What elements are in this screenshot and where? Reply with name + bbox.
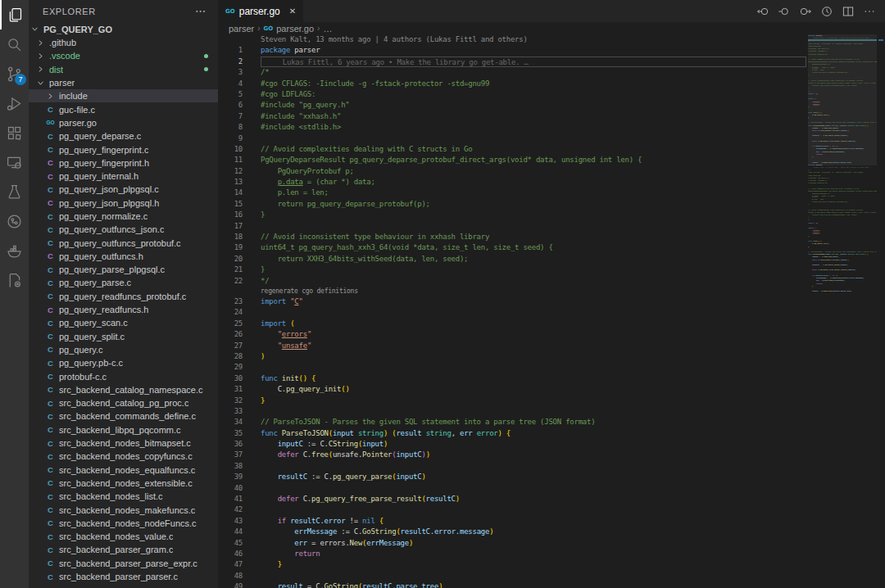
code-line-43[interactable]: 43 if resultC.error != nil { <box>218 516 885 527</box>
tree-item-pg-query-split-c[interactable]: Cpg_query_split.c <box>29 330 218 343</box>
code-line-31[interactable]: 31 C.pg_query_init() <box>218 384 885 395</box>
code-line-35[interactable]: 35func ParseToJSON(input string) (result… <box>218 428 885 439</box>
tree-item-src-backend-nodes-value-c[interactable]: Csrc_backend_nodes_value.c <box>29 530 218 543</box>
code-line-25[interactable]: 25import ( <box>218 319 885 329</box>
code-line-27[interactable]: 27 "unsafe" <box>218 341 885 351</box>
tree-item--vscode[interactable]: .vscode <box>29 49 218 62</box>
tree-item-pg-query-json-plpgsql-h[interactable]: Cpg_query_json_plpgsql.h <box>29 197 218 210</box>
tree-item-pg-query-outfuncs-json-c[interactable]: Cpg_query_outfuncs_json.c <box>29 223 218 236</box>
code-line-11[interactable]: 11PgQueryDeparseResult pg_query_deparse_… <box>218 155 885 165</box>
vertical-scrollbar[interactable] <box>877 34 885 588</box>
tree-item-src-backend-nodes-makefuncs-c[interactable]: Csrc_backend_nodes_makefuncs.c <box>29 503 218 516</box>
code-line-4[interactable]: 4#cgo CFLAGS: -Iinclude -g -fstack-prote… <box>218 79 885 89</box>
code-line-9[interactable]: 9 <box>218 133 885 144</box>
tree-item-src-backend-libpq-pqcomm-c[interactable]: Csrc_backend_libpq_pqcomm.c <box>29 423 218 436</box>
tree-item-src-backend-nodes-equalfuncs-c[interactable]: Csrc_backend_nodes_equalfuncs.c <box>29 464 218 477</box>
tree-item-protobuf-c-c[interactable]: Cprotobuf-c.c <box>29 369 218 382</box>
code-line-8[interactable]: 8#include <stdlib.h> <box>218 122 885 133</box>
code-line-29[interactable]: 29 <box>218 362 885 373</box>
code-line-22[interactable]: 22*/ <box>218 276 885 287</box>
tree-item-pg-query-fingerprint-c[interactable]: Cpg_query_fingerprint.c <box>29 142 218 156</box>
tree-item-pg-query-normalize-c[interactable]: Cpg_query_normalize.c <box>29 210 218 223</box>
code-line-21[interactable]: 21} <box>218 265 885 275</box>
tree-item-dist[interactable]: dist <box>29 63 218 76</box>
code-line-18[interactable]: 18// Avoid inconsistent type behaviour i… <box>218 232 885 242</box>
breadcrumb-item[interactable]: … <box>323 24 332 34</box>
tree-item-src-backend-parser-parser-c[interactable]: Csrc_backend_parser_parser.c <box>29 570 218 583</box>
sidebar-more-actions-icon[interactable]: ⋯ <box>195 5 206 17</box>
tree-item-src-backend-commands-define-c[interactable]: Csrc_backend_commands_define.c <box>29 409 218 423</box>
code-line-15[interactable]: 15 return pg_query_deparse_protobuf(p); <box>218 199 885 210</box>
code-line-26[interactable]: 26 "errors" <box>218 329 885 340</box>
tree-item-src-backend-parser-gram-c[interactable]: Csrc_backend_parser_gram.c <box>29 543 218 556</box>
code-line-6[interactable]: 6#include "pg_query.h" <box>218 100 885 111</box>
code-line-24[interactable]: 24 <box>218 307 885 318</box>
code-line-44[interactable]: 44 errMessage := C.GoString(resultC.erro… <box>218 527 885 537</box>
code-line-5[interactable]: 5#cgo LDFLAGS: <box>218 89 885 100</box>
code-line-19[interactable]: 19uint64_t pg_query_hash_xxh3_64(void *d… <box>218 242 885 253</box>
tree-item-pg-query-fingerprint-h[interactable]: Cpg_query_fingerprint.h <box>29 156 218 170</box>
breadcrumb-item[interactable]: parser.go <box>276 24 314 34</box>
code-line-49[interactable]: 49 result = C.GoString(resultC.parse_tre… <box>218 581 885 588</box>
activity-item-extensions[interactable] <box>0 118 29 147</box>
tree-item-pg-query-deparse-c[interactable]: Cpg_query_deparse.c <box>29 129 218 142</box>
tree-section-pg-query-go[interactable]: PG_QUERY_GO <box>29 22 218 36</box>
activity-item-git-graph[interactable] <box>0 206 29 236</box>
tree-item-parser[interactable]: parser <box>29 76 218 89</box>
tree-item-src-backend-nodes-list-c[interactable]: Csrc_backend_nodes_list.c <box>29 490 218 503</box>
tree-item-pg-query-c[interactable]: Cpg_query.c <box>29 343 218 356</box>
close-tab-icon[interactable]: ✕ <box>289 7 296 16</box>
tree-item-pg-query-pb-c-c[interactable]: Cpg_query.pb-c.c <box>29 356 218 369</box>
tree-item-parser-go[interactable]: GOparser.go <box>29 116 218 129</box>
code-line-41[interactable]: 41 defer C.pg_query_free_parse_result(re… <box>218 494 885 504</box>
minimap-slider[interactable] <box>808 34 877 165</box>
tree-item-pg-query-parse-c[interactable]: Cpg_query_parse.c <box>29 276 218 289</box>
code-line-48[interactable]: 48 <box>218 571 885 581</box>
tree-item-src-backend-nodes-nodefuncs-c[interactable]: Csrc_backend_nodes_nodeFuncs.c <box>29 517 218 530</box>
tree-item-pg-query-readfuncs-protobuf-c[interactable]: Cpg_query_readfuncs_protobuf.c <box>29 290 218 303</box>
code-line-46[interactable]: 46 return <box>218 549 885 559</box>
more-actions-button[interactable] <box>860 2 878 20</box>
code-line-28[interactable]: 28) <box>218 351 885 362</box>
tree-item-pg-query-outfuncs-protobuf-c[interactable]: Cpg_query_outfuncs_protobuf.c <box>29 236 218 249</box>
code-line-45[interactable]: 45 err = errors.New(errMessage) <box>218 538 885 549</box>
activity-item-run-debug[interactable] <box>0 88 29 118</box>
tree-item-pg-query-parse-plpgsql-c[interactable]: Cpg_query_parse_plpgsql.c <box>29 263 218 276</box>
tree-item-pg-query-outfuncs-h[interactable]: Cpg_query_outfuncs.h <box>29 250 218 263</box>
code-line-13[interactable]: 13 p.data = (char *) data; <box>218 177 885 188</box>
tree-item--github[interactable]: .github <box>29 36 218 49</box>
tree-item-src-backend-catalog-namespace-c[interactable]: Csrc_backend_catalog_namespace.c <box>29 383 218 396</box>
code-line-2[interactable]: 2 Lukas Fittl, 6 years ago • Make the li… <box>218 57 885 67</box>
tree-item-src-backend-catalog-pg-proc-c[interactable]: Csrc_backend_catalog_pg_proc.c <box>29 396 218 409</box>
codelens-regenerate-cgo[interactable]: regenerate cgo definitions <box>218 287 885 296</box>
code-line-7[interactable]: 7#include "xxhash.h" <box>218 111 885 122</box>
minimap[interactable]: package parser Lukas Fittl, 6 years ago … <box>808 34 877 588</box>
open-changes-button[interactable] <box>775 2 793 20</box>
code-line-32[interactable]: 32} <box>218 396 885 406</box>
code-line-17[interactable]: 17 <box>218 221 885 232</box>
split-editor-button[interactable] <box>839 2 857 20</box>
code-line-47[interactable]: 47 } <box>218 559 885 570</box>
code-line-1[interactable]: 1package parser <box>218 45 885 56</box>
activity-item-remote-explorer[interactable] <box>0 147 29 177</box>
tab-parser-go[interactable]: GO parser.go ✕ <box>218 0 303 22</box>
code-line-40[interactable]: 40 <box>218 483 885 494</box>
code-line-39[interactable]: 39 resultC := C.pg_query_parse(inputC) <box>218 472 885 482</box>
code-line-10[interactable]: 10// Avoid complexities dealing with C s… <box>218 144 885 155</box>
tree-item-src-backend-nodes-extensible-c[interactable]: Csrc_backend_nodes_extensible.c <box>29 477 218 490</box>
code-line-42[interactable]: 42 <box>218 504 885 515</box>
open-changes-next-button[interactable] <box>796 2 815 20</box>
code-line-14[interactable]: 14 p.len = len; <box>218 188 885 198</box>
code-area[interactable]: Steven Kalt, 13 months ago | 4 authors (… <box>218 34 885 588</box>
code-line-38[interactable]: 38 <box>218 461 885 472</box>
code-line-12[interactable]: 12 PgQueryProtobuf p; <box>218 166 885 177</box>
tree-item-src-backend-nodes-bitmapset-c[interactable]: Csrc_backend_nodes_bitmapset.c <box>29 436 218 450</box>
activity-item-docker[interactable] <box>0 236 29 265</box>
code-line-37[interactable]: 37 defer C.free(unsafe.Pointer(inputC)) <box>218 450 885 460</box>
code-line-16[interactable]: 16} <box>218 210 885 220</box>
tree-item-src-backend-nodes-copyfuncs-c[interactable]: Csrc_backend_nodes_copyfuncs.c <box>29 450 218 463</box>
tree-item-pg-query-scan-c[interactable]: Cpg_query_scan.c <box>29 316 218 329</box>
activity-item-source-control[interactable]: 7 <box>0 59 29 88</box>
activity-item-file-settings[interactable] <box>0 265 29 295</box>
code-line-23[interactable]: 23import "C" <box>218 296 885 307</box>
